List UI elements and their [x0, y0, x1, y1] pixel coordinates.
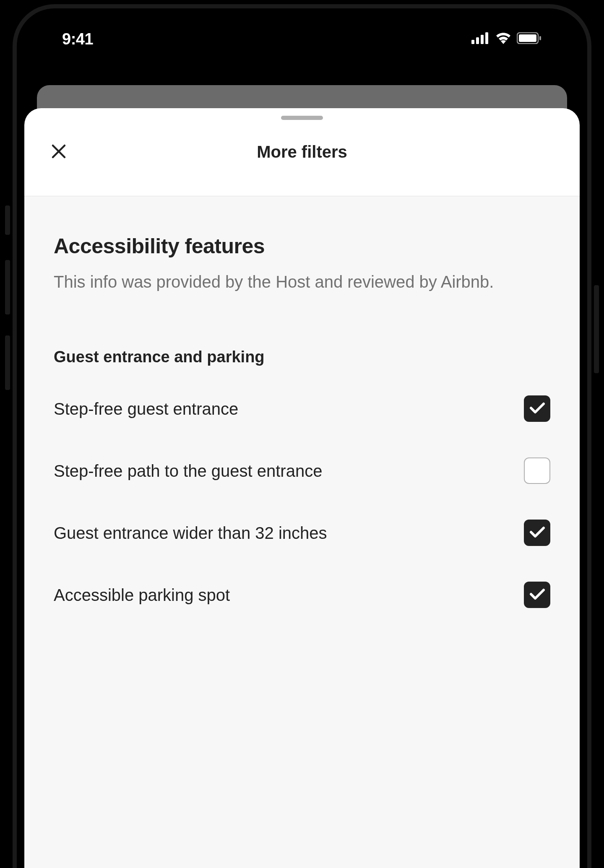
checkbox[interactable]	[524, 520, 550, 546]
phone-side-button	[5, 205, 10, 235]
phone-side-button	[594, 285, 599, 373]
filter-label: Guest entrance wider than 32 inches	[54, 522, 507, 544]
svg-rect-1	[476, 37, 479, 44]
filter-row-step-free-path[interactable]: Step-free path to the guest entrance	[54, 457, 550, 484]
svg-rect-2	[481, 35, 484, 44]
battery-icon	[517, 32, 542, 46]
phone-frame: 9:41	[0, 0, 604, 868]
checkbox[interactable]	[524, 395, 550, 422]
phone-side-button	[5, 260, 10, 314]
filter-label: Step-free guest entrance	[54, 398, 507, 420]
filter-row-step-free-entrance[interactable]: Step-free guest entrance	[54, 395, 550, 422]
subsection-title: Guest entrance and parking	[54, 348, 550, 366]
close-icon	[51, 144, 66, 161]
phone-screen: 9:41	[20, 12, 584, 868]
filters-modal: More filters Accessibility features This…	[24, 108, 580, 868]
modal-content[interactable]: Accessibility features This info was pro…	[24, 196, 580, 868]
checkbox[interactable]	[524, 457, 550, 484]
check-icon	[529, 588, 545, 602]
filter-label: Accessible parking spot	[54, 584, 507, 606]
filter-label: Step-free path to the guest entrance	[54, 460, 507, 482]
cellular-icon	[471, 32, 490, 46]
svg-rect-5	[519, 34, 536, 42]
status-icons	[471, 32, 542, 46]
filter-row-accessible-parking[interactable]: Accessible parking spot	[54, 582, 550, 608]
app-area: 9:41	[20, 12, 584, 868]
filter-row-wider-entrance[interactable]: Guest entrance wider than 32 inches	[54, 520, 550, 546]
section-subtitle: This info was provided by the Host and r…	[54, 270, 550, 294]
phone-side-button	[5, 335, 10, 390]
modal-header: More filters	[24, 108, 580, 196]
check-icon	[529, 402, 545, 416]
modal-title: More filters	[257, 143, 347, 161]
status-bar: 9:41	[20, 12, 584, 66]
close-button[interactable]	[49, 143, 68, 161]
status-time: 9:41	[62, 30, 93, 48]
section-title: Accessibility features	[54, 234, 550, 258]
wifi-icon	[495, 32, 512, 46]
phone-body: 9:41	[13, 4, 591, 868]
checkbox[interactable]	[524, 582, 550, 608]
svg-rect-6	[539, 36, 541, 40]
svg-rect-3	[485, 32, 488, 44]
svg-rect-0	[471, 40, 474, 44]
check-icon	[529, 526, 545, 540]
